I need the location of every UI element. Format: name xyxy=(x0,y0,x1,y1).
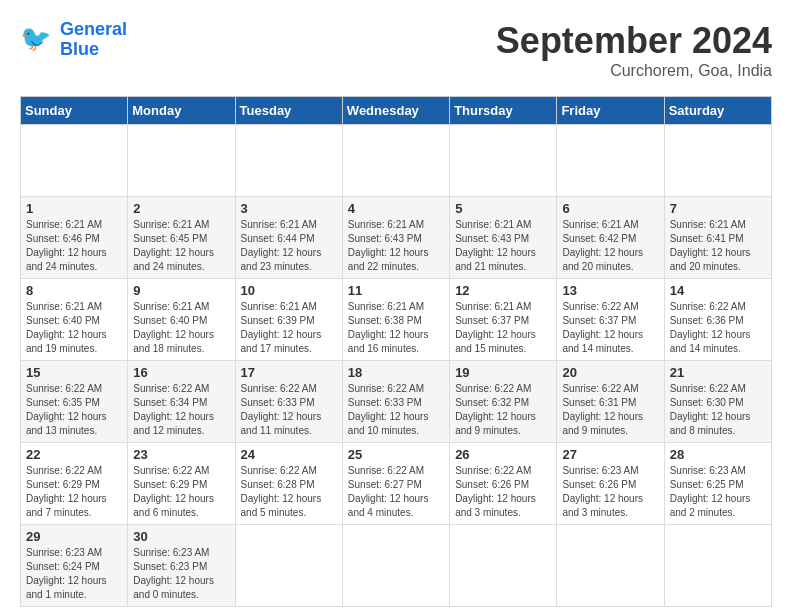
day-detail: Sunrise: 6:21 AMSunset: 6:41 PMDaylight:… xyxy=(670,218,766,274)
day-number: 9 xyxy=(133,283,229,298)
day-detail: Sunrise: 6:21 AMSunset: 6:40 PMDaylight:… xyxy=(133,300,229,356)
day-number: 5 xyxy=(455,201,551,216)
table-row xyxy=(342,125,449,197)
day-detail: Sunrise: 6:22 AMSunset: 6:33 PMDaylight:… xyxy=(348,382,444,438)
table-row: 10Sunrise: 6:21 AMSunset: 6:39 PMDayligh… xyxy=(235,279,342,361)
table-row: 3Sunrise: 6:21 AMSunset: 6:44 PMDaylight… xyxy=(235,197,342,279)
table-row: 19Sunrise: 6:22 AMSunset: 6:32 PMDayligh… xyxy=(450,361,557,443)
table-row: 30Sunrise: 6:23 AMSunset: 6:23 PMDayligh… xyxy=(128,525,235,607)
table-row xyxy=(557,125,664,197)
day-detail: Sunrise: 6:22 AMSunset: 6:31 PMDaylight:… xyxy=(562,382,658,438)
table-row: 4Sunrise: 6:21 AMSunset: 6:43 PMDaylight… xyxy=(342,197,449,279)
table-row xyxy=(664,525,771,607)
table-row: 25Sunrise: 6:22 AMSunset: 6:27 PMDayligh… xyxy=(342,443,449,525)
table-row xyxy=(664,125,771,197)
day-number: 18 xyxy=(348,365,444,380)
day-number: 16 xyxy=(133,365,229,380)
day-number: 23 xyxy=(133,447,229,462)
table-row xyxy=(21,125,128,197)
col-saturday: Saturday xyxy=(664,97,771,125)
day-number: 28 xyxy=(670,447,766,462)
day-number: 19 xyxy=(455,365,551,380)
table-row: 9Sunrise: 6:21 AMSunset: 6:40 PMDaylight… xyxy=(128,279,235,361)
day-detail: Sunrise: 6:21 AMSunset: 6:44 PMDaylight:… xyxy=(241,218,337,274)
table-row: 18Sunrise: 6:22 AMSunset: 6:33 PMDayligh… xyxy=(342,361,449,443)
day-detail: Sunrise: 6:22 AMSunset: 6:28 PMDaylight:… xyxy=(241,464,337,520)
page-header: 🐦 General Blue September 2024 Curchorem,… xyxy=(20,20,772,80)
day-detail: Sunrise: 6:22 AMSunset: 6:26 PMDaylight:… xyxy=(455,464,551,520)
table-row: 11Sunrise: 6:21 AMSunset: 6:38 PMDayligh… xyxy=(342,279,449,361)
day-detail: Sunrise: 6:21 AMSunset: 6:39 PMDaylight:… xyxy=(241,300,337,356)
day-number: 7 xyxy=(670,201,766,216)
table-row xyxy=(235,525,342,607)
title-area: September 2024 Curchorem, Goa, India xyxy=(496,20,772,80)
logo: 🐦 General Blue xyxy=(20,20,127,60)
month-title: September 2024 xyxy=(496,20,772,62)
table-row: 17Sunrise: 6:22 AMSunset: 6:33 PMDayligh… xyxy=(235,361,342,443)
day-detail: Sunrise: 6:21 AMSunset: 6:45 PMDaylight:… xyxy=(133,218,229,274)
table-row: 14Sunrise: 6:22 AMSunset: 6:36 PMDayligh… xyxy=(664,279,771,361)
day-detail: Sunrise: 6:21 AMSunset: 6:46 PMDaylight:… xyxy=(26,218,122,274)
day-number: 10 xyxy=(241,283,337,298)
calendar-header-row: Sunday Monday Tuesday Wednesday Thursday… xyxy=(21,97,772,125)
col-tuesday: Tuesday xyxy=(235,97,342,125)
day-detail: Sunrise: 6:21 AMSunset: 6:42 PMDaylight:… xyxy=(562,218,658,274)
day-number: 21 xyxy=(670,365,766,380)
calendar-week-row: 1Sunrise: 6:21 AMSunset: 6:46 PMDaylight… xyxy=(21,197,772,279)
day-detail: Sunrise: 6:22 AMSunset: 6:35 PMDaylight:… xyxy=(26,382,122,438)
day-detail: Sunrise: 6:21 AMSunset: 6:43 PMDaylight:… xyxy=(455,218,551,274)
calendar-week-row: 29Sunrise: 6:23 AMSunset: 6:24 PMDayligh… xyxy=(21,525,772,607)
table-row: 7Sunrise: 6:21 AMSunset: 6:41 PMDaylight… xyxy=(664,197,771,279)
day-number: 12 xyxy=(455,283,551,298)
table-row: 23Sunrise: 6:22 AMSunset: 6:29 PMDayligh… xyxy=(128,443,235,525)
day-number: 4 xyxy=(348,201,444,216)
table-row: 22Sunrise: 6:22 AMSunset: 6:29 PMDayligh… xyxy=(21,443,128,525)
location-subtitle: Curchorem, Goa, India xyxy=(496,62,772,80)
col-wednesday: Wednesday xyxy=(342,97,449,125)
calendar-week-row xyxy=(21,125,772,197)
logo-text: General Blue xyxy=(60,20,127,60)
table-row xyxy=(235,125,342,197)
day-detail: Sunrise: 6:22 AMSunset: 6:32 PMDaylight:… xyxy=(455,382,551,438)
table-row: 2Sunrise: 6:21 AMSunset: 6:45 PMDaylight… xyxy=(128,197,235,279)
col-monday: Monday xyxy=(128,97,235,125)
day-number: 25 xyxy=(348,447,444,462)
col-thursday: Thursday xyxy=(450,97,557,125)
day-number: 17 xyxy=(241,365,337,380)
calendar-week-row: 8Sunrise: 6:21 AMSunset: 6:40 PMDaylight… xyxy=(21,279,772,361)
day-number: 1 xyxy=(26,201,122,216)
day-detail: Sunrise: 6:21 AMSunset: 6:43 PMDaylight:… xyxy=(348,218,444,274)
day-number: 27 xyxy=(562,447,658,462)
day-detail: Sunrise: 6:23 AMSunset: 6:26 PMDaylight:… xyxy=(562,464,658,520)
day-detail: Sunrise: 6:23 AMSunset: 6:23 PMDaylight:… xyxy=(133,546,229,602)
day-detail: Sunrise: 6:21 AMSunset: 6:37 PMDaylight:… xyxy=(455,300,551,356)
table-row: 16Sunrise: 6:22 AMSunset: 6:34 PMDayligh… xyxy=(128,361,235,443)
calendar-week-row: 15Sunrise: 6:22 AMSunset: 6:35 PMDayligh… xyxy=(21,361,772,443)
day-detail: Sunrise: 6:21 AMSunset: 6:40 PMDaylight:… xyxy=(26,300,122,356)
col-friday: Friday xyxy=(557,97,664,125)
calendar-table: Sunday Monday Tuesday Wednesday Thursday… xyxy=(20,96,772,607)
table-row xyxy=(450,525,557,607)
day-number: 24 xyxy=(241,447,337,462)
day-number: 20 xyxy=(562,365,658,380)
table-row: 26Sunrise: 6:22 AMSunset: 6:26 PMDayligh… xyxy=(450,443,557,525)
day-detail: Sunrise: 6:22 AMSunset: 6:27 PMDaylight:… xyxy=(348,464,444,520)
table-row xyxy=(342,525,449,607)
table-row: 24Sunrise: 6:22 AMSunset: 6:28 PMDayligh… xyxy=(235,443,342,525)
day-number: 29 xyxy=(26,529,122,544)
day-number: 3 xyxy=(241,201,337,216)
table-row: 8Sunrise: 6:21 AMSunset: 6:40 PMDaylight… xyxy=(21,279,128,361)
day-number: 26 xyxy=(455,447,551,462)
day-number: 2 xyxy=(133,201,229,216)
table-row: 20Sunrise: 6:22 AMSunset: 6:31 PMDayligh… xyxy=(557,361,664,443)
day-detail: Sunrise: 6:22 AMSunset: 6:34 PMDaylight:… xyxy=(133,382,229,438)
table-row: 21Sunrise: 6:22 AMSunset: 6:30 PMDayligh… xyxy=(664,361,771,443)
day-number: 15 xyxy=(26,365,122,380)
day-detail: Sunrise: 6:23 AMSunset: 6:24 PMDaylight:… xyxy=(26,546,122,602)
day-detail: Sunrise: 6:22 AMSunset: 6:29 PMDaylight:… xyxy=(133,464,229,520)
svg-text:🐦: 🐦 xyxy=(20,23,52,54)
day-number: 8 xyxy=(26,283,122,298)
day-number: 30 xyxy=(133,529,229,544)
day-detail: Sunrise: 6:22 AMSunset: 6:29 PMDaylight:… xyxy=(26,464,122,520)
day-number: 6 xyxy=(562,201,658,216)
